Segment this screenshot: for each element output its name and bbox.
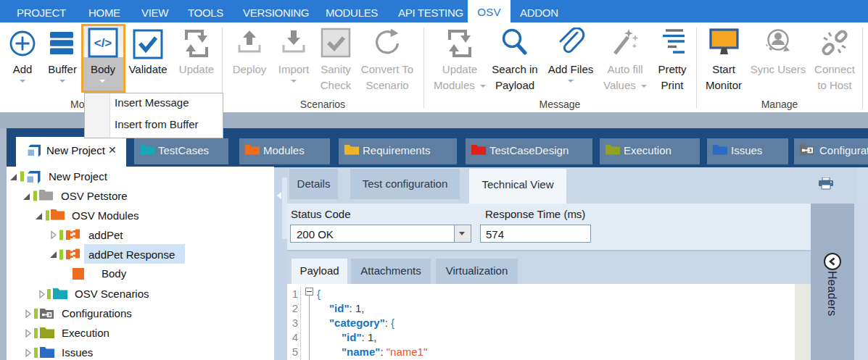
svg-text:</>: </> [94, 36, 112, 50]
